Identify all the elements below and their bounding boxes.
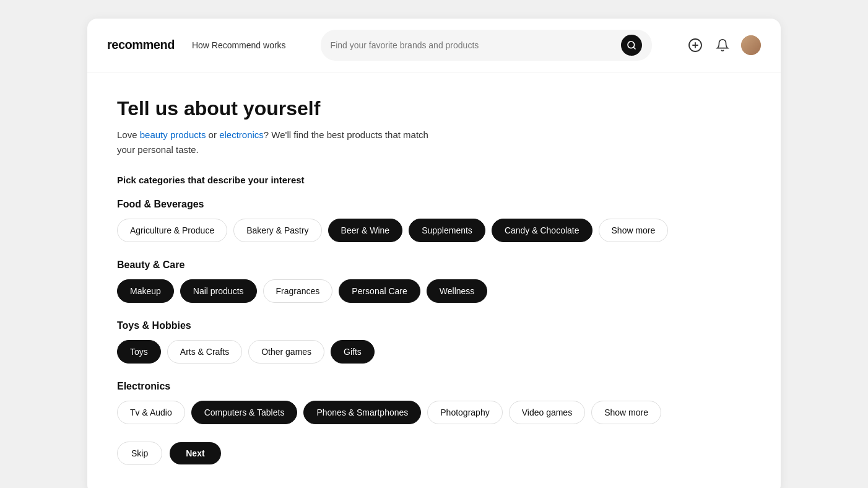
tag-arts-crafts[interactable]: Arts & Crafts [167, 340, 242, 364]
tag-photography[interactable]: Photography [427, 401, 502, 424]
tag-computers-tablets[interactable]: Computers & Tablets [191, 401, 298, 424]
tag-personal-care[interactable]: Personal Care [339, 279, 420, 303]
section-title-electronics: Electronics [117, 381, 751, 392]
section-electronics: ElectronicsTv & AudioComputers & Tablets… [117, 381, 751, 424]
section-beauty: Beauty & CareMakeupNail productsFragranc… [117, 259, 751, 303]
tag-agriculture-produce[interactable]: Agriculture & Produce [117, 219, 227, 242]
section-title-beauty: Beauty & Care [117, 259, 751, 271]
avatar[interactable] [741, 35, 761, 55]
tags-electronics: Tv & AudioComputers & TabletsPhones & Sm… [117, 401, 751, 424]
tags-beauty: MakeupNail productsFragrancesPersonal Ca… [117, 279, 751, 303]
navbar-actions [687, 35, 761, 55]
tag-supplements[interactable]: Supplements [409, 219, 485, 242]
search-button[interactable] [621, 35, 642, 56]
pick-label: Pick categories that describe your inter… [117, 175, 751, 185]
section-title-toys: Toys & Hobbies [117, 320, 751, 331]
svg-line-1 [633, 47, 635, 49]
section-title-food: Food & Beverages [117, 199, 751, 210]
how-recommend-link[interactable]: How Recommend works [192, 40, 286, 50]
skip-button[interactable]: Skip [117, 442, 162, 465]
tag-toys[interactable]: Toys [117, 340, 161, 364]
navbar: recommend How Recommend works [87, 19, 781, 72]
sections-container: Food & BeveragesAgriculture & ProduceBak… [117, 199, 751, 424]
bell-icon[interactable] [714, 37, 731, 54]
page-subtitle: Love beauty products or electronics? We'… [117, 128, 439, 157]
tag-nail-products[interactable]: Nail products [180, 279, 257, 303]
tags-food: Agriculture & ProduceBakery & PastryBeer… [117, 219, 751, 242]
tag-candy-chocolate[interactable]: Candy & Chocolate [492, 219, 592, 242]
section-food: Food & BeveragesAgriculture & ProduceBak… [117, 199, 751, 242]
search-input[interactable] [331, 40, 616, 50]
tag-other-games[interactable]: Other games [248, 340, 324, 364]
tag-phones-smartphones[interactable]: Phones & Smartphones [303, 401, 421, 424]
tag-show-more[interactable]: Show more [599, 219, 669, 242]
logo: recommend [107, 38, 175, 52]
tag-video-games[interactable]: Video games [509, 401, 585, 424]
tag-show-more[interactable]: Show more [591, 401, 661, 424]
tag-beer-wine[interactable]: Beer & Wine [328, 219, 403, 242]
main-content: Tell us about yourself Love beauty produ… [87, 72, 781, 489]
tag-bakery-pastry[interactable]: Bakery & Pastry [233, 219, 321, 242]
tag-fragrances[interactable]: Fragrances [263, 279, 333, 303]
bottom-bar: Skip Next [117, 442, 751, 465]
tags-toys: ToysArts & CraftsOther gamesGifts [117, 340, 751, 364]
tag-tv-audio[interactable]: Tv & Audio [117, 401, 185, 424]
tag-gifts[interactable]: Gifts [331, 340, 375, 364]
add-icon[interactable] [687, 37, 704, 54]
section-toys: Toys & HobbiesToysArts & CraftsOther gam… [117, 320, 751, 364]
tag-wellness[interactable]: Wellness [427, 279, 488, 303]
tag-makeup[interactable]: Makeup [117, 279, 174, 303]
next-button[interactable]: Next [170, 442, 220, 464]
page-title: Tell us about yourself [117, 97, 751, 120]
search-bar [321, 30, 652, 61]
